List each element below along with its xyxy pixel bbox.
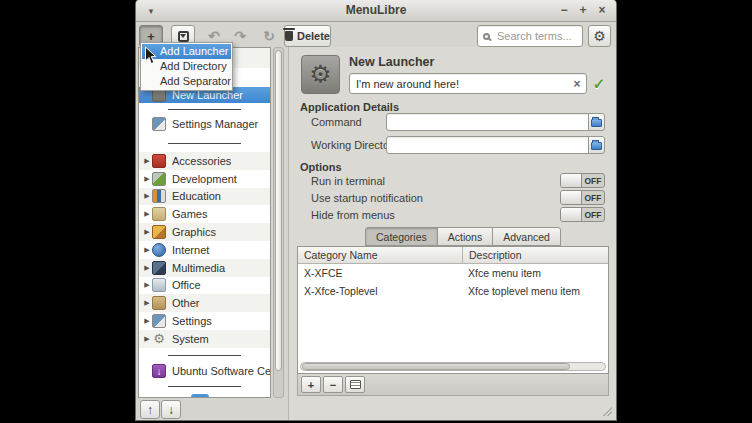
redo-icon: ↷ xyxy=(234,28,246,44)
tree-item-settings[interactable]: ▶ Settings xyxy=(139,312,270,330)
resize-grip[interactable] xyxy=(603,407,612,416)
tree-item-education[interactable]: ▶ Education xyxy=(139,188,270,206)
tab-actions[interactable]: Actions xyxy=(437,227,493,246)
move-up-button[interactable]: ↑ xyxy=(140,400,160,419)
table-horizontal-scrollbar[interactable] xyxy=(300,362,606,371)
categories-toolbar: + − xyxy=(297,374,609,396)
tree-item-system[interactable]: ▶ ⚙ System xyxy=(139,330,270,348)
window-title: MenuLibre xyxy=(136,0,616,22)
plus-icon: + xyxy=(308,379,314,391)
clear-icon[interactable]: × xyxy=(568,77,586,91)
hide-from-menus-toggle[interactable]: OFF xyxy=(560,207,605,222)
use-startup-notification-toggle[interactable]: OFF xyxy=(560,190,605,205)
tree-separator xyxy=(139,103,270,115)
categories-table: Category Name Description X-XFCE Xfce me… xyxy=(297,246,609,374)
accessories-icon xyxy=(152,154,166,168)
tree-item-development[interactable]: ▶ Development xyxy=(139,170,270,188)
expander-icon[interactable]: ▶ xyxy=(142,335,152,343)
expander-icon[interactable]: ▶ xyxy=(142,192,152,200)
maximize-button[interactable]: + xyxy=(577,4,589,18)
save-icon xyxy=(178,31,189,42)
tree-item-accessories[interactable]: ▶ Accessories xyxy=(139,152,270,170)
toggle-knob xyxy=(561,208,582,221)
search-icon xyxy=(483,33,490,40)
tree-item-games[interactable]: ▶ Games xyxy=(139,205,270,223)
minus-icon: − xyxy=(330,379,336,391)
titlebar[interactable]: ▾ MenuLibre − + × xyxy=(136,0,616,22)
window-controls: − + × xyxy=(558,0,608,22)
add-category-button[interactable]: + xyxy=(301,376,321,393)
expander-icon[interactable]: ▶ xyxy=(142,264,152,272)
move-buttons-bar: ↑ ↓ xyxy=(138,398,284,420)
toggle-knob xyxy=(561,191,582,204)
launcher-name-input[interactable] xyxy=(350,78,568,90)
desktop: { "window": { "title": "MenuLibre", "men… xyxy=(0,0,752,423)
system-gear-icon: ⚙ xyxy=(152,332,166,346)
tree-separator xyxy=(139,380,270,393)
tree-item-ubuntu-software-center[interactable]: ↓ Ubuntu Software Center xyxy=(139,362,270,380)
command-browse-button[interactable] xyxy=(588,113,605,131)
tree-item-office[interactable]: ▶ Office xyxy=(139,277,270,295)
refresh-icon: ↻ xyxy=(263,28,275,44)
edit-category-button[interactable] xyxy=(345,376,365,393)
down-arrow-icon: ↓ xyxy=(168,403,174,417)
graphics-icon xyxy=(152,225,166,239)
launcher-icon-button[interactable]: ⚙ xyxy=(301,55,340,94)
launcher-editor: ⚙ New Launcher × ✓ Application Details C… xyxy=(288,47,616,420)
expander-icon[interactable]: ▶ xyxy=(142,299,152,307)
minimize-button[interactable]: − xyxy=(558,4,570,18)
check-icon: ✓ xyxy=(593,75,606,93)
sidebar-scrollbar[interactable] xyxy=(273,47,284,398)
expander-icon[interactable]: ▶ xyxy=(142,228,152,236)
search-box xyxy=(477,25,583,47)
expander-icon[interactable]: ▶ xyxy=(142,281,152,289)
internet-icon xyxy=(152,243,166,257)
expander-icon[interactable]: ▶ xyxy=(142,317,152,325)
expander-icon[interactable]: ▶ xyxy=(142,210,152,218)
delete-button[interactable]: Delete xyxy=(284,25,331,47)
expander-icon[interactable]: ▶ xyxy=(142,157,152,165)
tree-item-internet[interactable]: ▶ Internet xyxy=(139,241,270,259)
up-arrow-icon: ↑ xyxy=(147,403,153,417)
working-directory-browse-button[interactable] xyxy=(588,136,605,154)
options-heading: Options xyxy=(300,161,342,173)
command-input[interactable] xyxy=(387,116,588,132)
education-icon xyxy=(152,189,166,203)
tree-item-graphics[interactable]: ▶ Graphics xyxy=(139,223,270,241)
folder-icon xyxy=(591,119,602,127)
working-directory-input[interactable] xyxy=(387,139,588,155)
hide-from-menus-label: Hide from menus xyxy=(311,209,395,221)
working-directory-field-box xyxy=(386,136,589,154)
table-scrollbar-thumb[interactable] xyxy=(302,363,570,370)
expander-icon[interactable]: ▶ xyxy=(142,246,152,254)
search-input[interactable] xyxy=(495,29,577,43)
tree-item-multimedia[interactable]: ▶ Multimedia xyxy=(139,259,270,277)
tree-item-other[interactable]: ▶ Other xyxy=(139,294,270,312)
column-header-category-name[interactable]: Category Name xyxy=(298,247,462,263)
sidebar-scrollbar-thumb[interactable] xyxy=(275,50,282,371)
restore-button[interactable]: ↻ xyxy=(257,25,281,47)
expander-icon[interactable]: ▶ xyxy=(142,175,152,183)
settings-button[interactable]: ⚙ xyxy=(588,25,611,47)
remove-category-button[interactable]: − xyxy=(323,376,343,393)
ubuntu-software-center-icon: ↓ xyxy=(152,364,166,378)
run-in-terminal-toggle[interactable]: OFF xyxy=(560,173,605,188)
editor-tabs: Categories Actions Advanced xyxy=(365,227,561,246)
multimedia-icon xyxy=(152,261,166,275)
command-label: Command xyxy=(311,116,362,128)
mouse-cursor xyxy=(144,46,157,69)
column-header-description[interactable]: Description xyxy=(462,247,608,263)
sidebar: New Launcher Settings Manager ▶ Accessor… xyxy=(138,47,284,420)
table-row[interactable]: X-Xfce-Toplevel Xfce toplevel menu item xyxy=(298,282,608,300)
apply-name-button[interactable]: ✓ xyxy=(591,74,607,93)
tree-item-settings-manager[interactable]: Settings Manager xyxy=(139,115,270,133)
games-icon xyxy=(152,207,166,221)
tab-advanced[interactable]: Advanced xyxy=(492,227,561,246)
table-row[interactable]: X-XFCE Xfce menu item xyxy=(298,264,608,282)
menu-item-add-separator[interactable]: Add Separator xyxy=(142,74,231,89)
close-button[interactable]: × xyxy=(596,4,608,18)
tab-categories[interactable]: Categories xyxy=(365,227,438,246)
toggle-knob xyxy=(561,174,582,187)
move-down-button[interactable]: ↓ xyxy=(161,400,181,419)
trash-icon xyxy=(285,31,293,41)
